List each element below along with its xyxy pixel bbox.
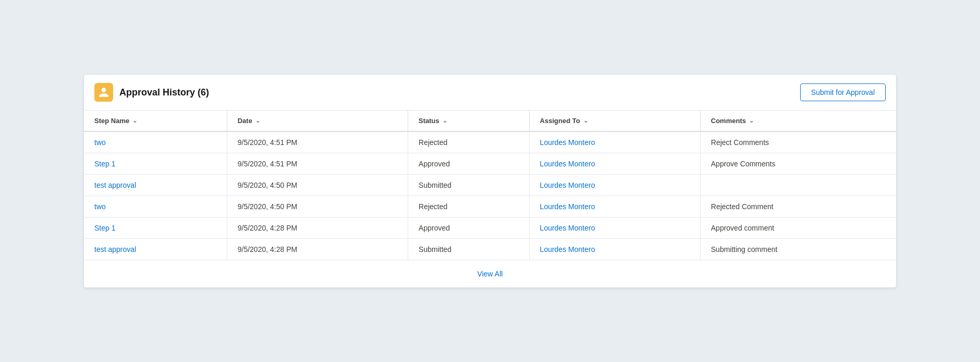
cell-date: 9/5/2020, 4:28 PM (227, 239, 408, 260)
cell-assigned-to: Lourdes Montero (529, 218, 700, 239)
cell-status: Submitted (408, 175, 530, 196)
cell-assigned-to: Lourdes Montero (529, 196, 700, 218)
person-icon (98, 87, 109, 98)
cell-step-name: test approval (84, 239, 227, 260)
cell-comments: Approved comment (700, 218, 896, 239)
cell-status: Rejected (408, 131, 530, 153)
table-row: test approval9/5/2020, 4:50 PMSubmittedL… (84, 175, 896, 196)
sort-icon-step-name: ⌄ (132, 117, 137, 124)
cell-comments: Approve Comments (700, 153, 896, 175)
step-name-link[interactable]: two (94, 202, 106, 211)
cell-comments (700, 175, 896, 196)
submit-for-approval-button[interactable]: Submit for Approval (800, 83, 886, 101)
assigned-to-link[interactable]: Lourdes Montero (540, 181, 595, 189)
cell-status: Approved (408, 218, 530, 239)
approval-history-card: Approval History (6) Submit for Approval… (83, 74, 897, 288)
assigned-to-link[interactable]: Lourdes Montero (540, 138, 595, 147)
sort-icon-comments: ⌄ (749, 117, 754, 124)
cell-assigned-to: Lourdes Montero (529, 131, 700, 153)
cell-step-name: Step 1 (84, 153, 227, 175)
cell-status: Submitted (408, 239, 530, 260)
cell-date: 9/5/2020, 4:51 PM (227, 131, 408, 153)
cell-comments: Submitting comment (700, 239, 896, 260)
column-header-step-name[interactable]: Step Name ⌄ (84, 111, 227, 131)
table-row: Step 19/5/2020, 4:51 PMApprovedLourdes M… (84, 153, 896, 175)
assigned-to-link[interactable]: Lourdes Montero (540, 224, 595, 232)
sort-icon-assigned-to: ⌄ (583, 117, 588, 124)
cell-assigned-to: Lourdes Montero (529, 153, 700, 175)
assigned-to-link[interactable]: Lourdes Montero (540, 202, 595, 211)
cell-step-name: Step 1 (84, 218, 227, 239)
column-header-assigned-to[interactable]: Assigned To ⌄ (529, 111, 700, 131)
cell-step-name: two (84, 131, 227, 153)
cell-assigned-to: Lourdes Montero (529, 175, 700, 196)
column-header-comments[interactable]: Comments ⌄ (700, 111, 896, 131)
assigned-to-link[interactable]: Lourdes Montero (540, 245, 595, 254)
table-row: two9/5/2020, 4:50 PMRejectedLourdes Mont… (84, 196, 896, 218)
page-title: Approval History (6) (119, 87, 209, 98)
column-header-date[interactable]: Date ⌄ (227, 111, 408, 131)
cell-date: 9/5/2020, 4:50 PM (227, 175, 408, 196)
sort-icon-status: ⌄ (443, 117, 447, 124)
view-all-cell: View All (84, 260, 896, 288)
step-name-link[interactable]: Step 1 (94, 160, 115, 168)
step-name-link[interactable]: test approval (94, 245, 136, 254)
cell-assigned-to: Lourdes Montero (529, 239, 700, 260)
approval-history-table: Step Name ⌄ Date ⌄ Status ⌄ (84, 111, 896, 287)
cell-status: Approved (408, 153, 530, 175)
step-name-link[interactable]: Step 1 (94, 224, 115, 232)
table-row: test approval9/5/2020, 4:28 PMSubmittedL… (84, 239, 896, 260)
cell-step-name: two (84, 196, 227, 218)
cell-date: 9/5/2020, 4:51 PM (227, 153, 408, 175)
column-header-status[interactable]: Status ⌄ (408, 111, 530, 131)
cell-date: 9/5/2020, 4:28 PM (227, 218, 408, 239)
cell-comments: Reject Comments (700, 131, 896, 153)
card-header: Approval History (6) Submit for Approval (84, 75, 896, 111)
table-row: two9/5/2020, 4:51 PMRejectedLourdes Mont… (84, 131, 896, 153)
step-name-link[interactable]: two (94, 138, 106, 147)
cell-date: 9/5/2020, 4:50 PM (227, 196, 408, 218)
view-all-link[interactable]: View All (477, 270, 503, 278)
header-left: Approval History (6) (94, 83, 209, 102)
approval-icon (94, 83, 113, 102)
table-row: Step 19/5/2020, 4:28 PMApprovedLourdes M… (84, 218, 896, 239)
assigned-to-link[interactable]: Lourdes Montero (540, 160, 595, 168)
sort-icon-date: ⌄ (255, 117, 260, 124)
cell-status: Rejected (408, 196, 530, 218)
cell-comments: Rejected Comment (700, 196, 896, 218)
step-name-link[interactable]: test approval (94, 181, 136, 189)
table-header-row: Step Name ⌄ Date ⌄ Status ⌄ (84, 111, 896, 131)
cell-step-name: test approval (84, 175, 227, 196)
view-all-row: View All (84, 260, 896, 288)
